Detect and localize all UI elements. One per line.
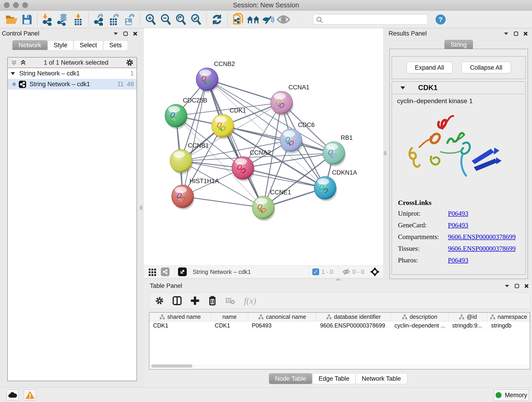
column-header-name[interactable]: name xyxy=(211,313,248,321)
import-table-button[interactable] xyxy=(70,12,86,27)
window-zoom-button[interactable] xyxy=(22,2,28,8)
tab-style[interactable]: Style xyxy=(47,40,74,50)
network-node-cdc25b[interactable] xyxy=(165,104,188,129)
column-header-namespace[interactable]: namespace xyxy=(487,313,530,321)
crosslink-value-link[interactable]: 9606.ENSP00000378699 xyxy=(448,233,516,241)
table-settings-gear-icon[interactable] xyxy=(155,296,164,305)
string-network-graph[interactable]: CCNB2CCNA1CDC25BCDK1CDC6RB1CCNB1CCNA2CDK… xyxy=(144,28,383,265)
collapse-entry-icon[interactable] xyxy=(400,86,405,89)
table-cell[interactable]: CDK1 xyxy=(149,321,211,329)
export-table-button[interactable] xyxy=(107,12,122,27)
search-input[interactable] xyxy=(313,14,428,25)
network-node-cdk1[interactable] xyxy=(212,114,234,139)
column-header-description[interactable]: description xyxy=(391,313,448,321)
network-node-hist1h1a[interactable] xyxy=(172,185,195,210)
add-column-icon[interactable] xyxy=(190,296,200,305)
right-splitter-handle[interactable] xyxy=(384,151,386,155)
panel-close-icon[interactable] xyxy=(523,32,528,36)
warnings-button[interactable] xyxy=(24,389,36,400)
network-node-ccne1[interactable] xyxy=(252,196,275,221)
tab-select[interactable]: Select xyxy=(74,40,103,50)
table-horizontal-scrollbar[interactable] xyxy=(149,364,530,368)
tab-node-table[interactable]: Node Table xyxy=(269,373,312,384)
node-label-hist1h1a: HIST1H1A xyxy=(190,178,219,185)
table-cell[interactable]: stringdb xyxy=(487,321,530,329)
table-cell[interactable]: 9606.ENSP00000378699 xyxy=(317,321,391,329)
collapse-all-icon[interactable] xyxy=(11,60,17,65)
tab-string[interactable]: String xyxy=(444,40,473,50)
crosslink-value-link[interactable]: P06493 xyxy=(448,210,468,217)
window-close-button[interactable] xyxy=(4,2,10,8)
clone-network-button[interactable] xyxy=(230,12,246,27)
memory-button[interactable]: Memory xyxy=(494,389,529,401)
refresh-layout-button[interactable] xyxy=(209,12,225,27)
zoom-in-button[interactable] xyxy=(143,12,158,27)
string-home-button[interactable] xyxy=(246,12,261,27)
open-in-window-icon[interactable] xyxy=(178,268,187,276)
selected-checkbox-icon[interactable]: ✓ xyxy=(312,268,319,275)
panel-float-icon[interactable] xyxy=(123,32,128,36)
table-cell[interactable]: CDK1 xyxy=(211,321,248,329)
column-header-shared-name[interactable]: shared name xyxy=(149,313,211,321)
import-database-button[interactable] xyxy=(56,12,70,27)
network-canvas[interactable]: CCNB2CCNA1CDC25BCDK1CDC6RB1CCNB1CCNA2CDK… xyxy=(144,28,383,265)
node-table[interactable]: shared namenamecanonical namedatabase id… xyxy=(149,312,530,370)
birds-eye-toggle-icon[interactable] xyxy=(370,267,380,276)
table-cell[interactable]: stringdb:9... xyxy=(449,321,488,329)
node-result-header[interactable]: CDK1 xyxy=(392,82,525,94)
zoom-fit-button[interactable] xyxy=(173,12,188,27)
network-node-ccna1[interactable] xyxy=(271,91,293,116)
column-header--id[interactable]: @id xyxy=(449,313,488,321)
grid-view-icon[interactable] xyxy=(148,268,157,276)
zoom-out-button[interactable] xyxy=(158,12,173,27)
save-session-button[interactable] xyxy=(19,12,34,27)
tab-network[interactable]: Network xyxy=(12,40,47,50)
network-node-ccna2[interactable] xyxy=(232,157,255,181)
tab-sets[interactable]: Sets xyxy=(103,40,128,50)
crosslink-value-link[interactable]: 9606.ENSP00000378699 xyxy=(448,245,516,252)
expand-all-button[interactable]: Expand All xyxy=(407,62,452,73)
panel-float-icon[interactable] xyxy=(515,284,519,288)
network-node-rb1[interactable] xyxy=(323,142,346,166)
network-share-icon[interactable] xyxy=(161,268,170,276)
help-button[interactable]: ? xyxy=(433,12,448,27)
network-edge[interactable] xyxy=(207,79,263,208)
panel-close-icon[interactable] xyxy=(133,32,138,36)
show-all-button[interactable] xyxy=(276,12,291,27)
expand-all-icon[interactable] xyxy=(20,60,26,65)
table-cell[interactable]: P06493 xyxy=(248,321,317,329)
network-row[interactable]: String Network – cdk1 11 48 xyxy=(8,79,137,89)
cloud-button[interactable] xyxy=(6,389,19,400)
tab-edge-table[interactable]: Edge Table xyxy=(312,373,355,384)
panel-menu-icon[interactable] xyxy=(504,32,509,35)
tree-expand-icon[interactable] xyxy=(11,72,15,75)
panel-menu-icon[interactable] xyxy=(113,32,118,35)
window-minimize-button[interactable] xyxy=(13,2,19,8)
export-network-button[interactable] xyxy=(92,12,107,27)
table-cell[interactable]: cyclin–dependent ... xyxy=(391,321,448,329)
select-columns-icon[interactable] xyxy=(172,296,182,305)
network-collection-row[interactable]: String Network – cdk1 1 xyxy=(8,68,137,79)
import-network-button[interactable] xyxy=(40,12,56,27)
column-header-canonical-name[interactable]: canonical name xyxy=(248,313,317,321)
panel-float-icon[interactable] xyxy=(514,32,518,36)
column-header-database-identifier[interactable]: database identifier xyxy=(317,313,391,321)
crosslink-value-link[interactable]: P06493 xyxy=(448,256,468,264)
panel-menu-icon[interactable] xyxy=(505,284,510,288)
node-table-row[interactable]: CDK1CDK1P064939606.ENSP00000378699cyclin… xyxy=(149,321,530,330)
panel-close-icon[interactable] xyxy=(524,284,529,288)
open-session-button[interactable] xyxy=(4,12,19,27)
network-node-ccnb2[interactable] xyxy=(196,68,219,93)
hide-elements-button[interactable] xyxy=(261,12,276,27)
gear-icon[interactable] xyxy=(126,59,133,66)
collapse-all-button[interactable]: Collapse All xyxy=(462,62,511,73)
tab-network-table[interactable]: Network Table xyxy=(355,373,407,384)
network-node-cdkn1a[interactable] xyxy=(314,177,337,201)
export-image-button[interactable] xyxy=(122,12,137,27)
network-edge[interactable] xyxy=(183,196,263,208)
delete-column-icon[interactable] xyxy=(208,296,216,306)
crosslink-value-link[interactable]: P06493 xyxy=(448,221,468,229)
zoom-selected-button[interactable] xyxy=(188,12,203,27)
left-splitter-handle[interactable] xyxy=(140,205,143,210)
network-edge[interactable] xyxy=(223,126,334,153)
